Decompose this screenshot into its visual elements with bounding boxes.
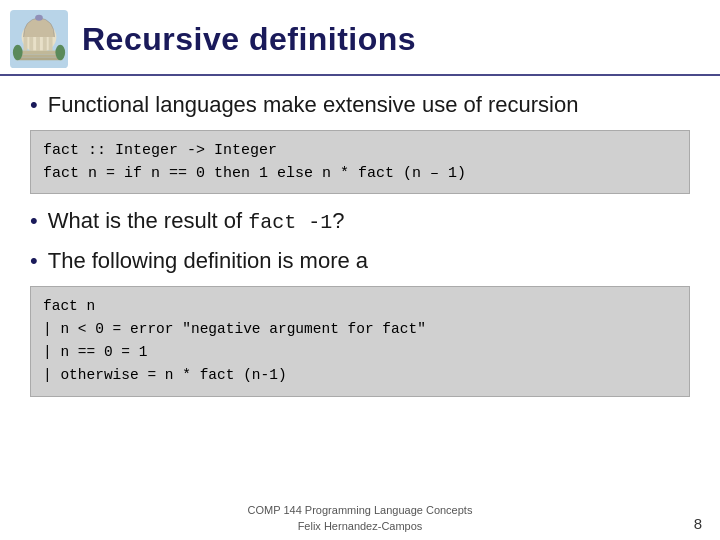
bullet-dot-3: • bbox=[30, 248, 38, 274]
code2-line-4: | otherwise = n * fact (n-1) bbox=[43, 364, 677, 387]
code-block-1: fact :: Integer -> Integer fact n = if n… bbox=[30, 130, 690, 195]
svg-rect-6 bbox=[49, 37, 53, 51]
code-line-2: fact n = if n == 0 then 1 else n * fact … bbox=[43, 162, 677, 185]
code-block-2: fact n | n < 0 = error "negative argumen… bbox=[30, 286, 690, 397]
bullet-1: • Functional languages make extensive us… bbox=[30, 90, 690, 120]
inline-code-fact: fact -1 bbox=[248, 211, 332, 234]
svg-point-12 bbox=[55, 45, 65, 60]
slide: Recursive definitions • Functional langu… bbox=[0, 0, 720, 540]
svg-point-11 bbox=[13, 45, 23, 60]
header: Recursive definitions bbox=[0, 0, 720, 76]
svg-rect-4 bbox=[36, 37, 40, 51]
svg-point-10 bbox=[35, 15, 43, 21]
svg-rect-3 bbox=[29, 37, 33, 51]
svg-rect-2 bbox=[24, 37, 28, 51]
bullet-dot-1: • bbox=[30, 92, 38, 118]
logo-icon bbox=[10, 10, 68, 68]
svg-rect-9 bbox=[16, 57, 62, 60]
code2-line-1: fact n bbox=[43, 295, 677, 318]
bullet-text-2: What is the result of fact -1? bbox=[48, 206, 345, 236]
svg-rect-5 bbox=[43, 37, 47, 51]
code2-line-2: | n < 0 = error "negative argument for f… bbox=[43, 318, 677, 341]
page-title: Recursive definitions bbox=[82, 21, 416, 58]
bullet-text-3: The following definition is more a bbox=[48, 246, 368, 276]
footer-line2: Felix Hernandez-Campos bbox=[0, 519, 720, 534]
bullet-dot-2: • bbox=[30, 208, 38, 234]
page-number: 8 bbox=[694, 515, 702, 532]
bullet-text-1: Functional languages make extensive use … bbox=[48, 90, 579, 120]
code2-line-3: | n == 0 = 1 bbox=[43, 341, 677, 364]
svg-rect-8 bbox=[18, 54, 61, 57]
bullet-2: • What is the result of fact -1? bbox=[30, 206, 690, 236]
code-line-1: fact :: Integer -> Integer bbox=[43, 139, 677, 162]
footer: COMP 144 Programming Language Concepts F… bbox=[0, 499, 720, 540]
svg-rect-7 bbox=[20, 51, 59, 55]
footer-line1: COMP 144 Programming Language Concepts bbox=[0, 503, 720, 518]
bullet-3: • The following definition is more a bbox=[30, 246, 690, 276]
content-area: • Functional languages make extensive us… bbox=[0, 86, 720, 499]
